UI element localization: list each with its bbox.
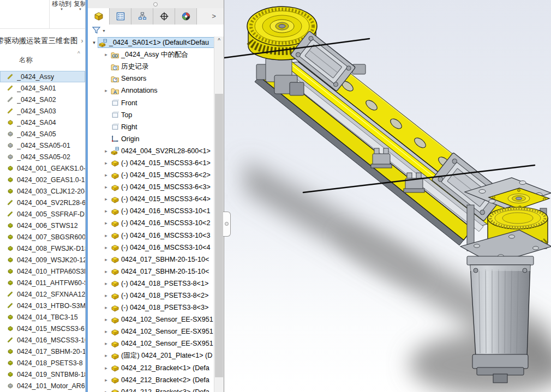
expand-arrow-icon[interactable]: ▸: [103, 172, 110, 178]
file-row[interactable]: 0424_010_HTPA60S3M: [0, 266, 85, 277]
tree-node[interactable]: ▸ 0424_004_SV2RL28-600<1>: [88, 145, 224, 157]
dropdown-caret-icon[interactable]: ▼: [51, 8, 72, 11]
tree-node[interactable]: ▸ 0424_212_Bracket<2> (Defa: [88, 374, 224, 386]
file-row[interactable]: 0424_012_SFXNAA12-: [0, 288, 85, 300]
tree-node[interactable]: Sensors: [88, 73, 224, 85]
file-row[interactable]: 0424_011_AHTFW60-S: [0, 277, 85, 288]
tree-scrollbar[interactable]: ^: [214, 37, 224, 392]
file-row[interactable]: 0424_008_FWSJK-D18: [0, 243, 85, 254]
file-row[interactable]: 0424_015_MSCSS3-6: [0, 323, 85, 334]
tree-node[interactable]: ▸ 0424_102_Sensor_EE-SX951: [88, 337, 224, 349]
file-row[interactable]: _0424_SA05: [0, 128, 85, 140]
tree-node[interactable]: ▸ (-) 0424_018_PSETS3-8<1>: [88, 278, 224, 290]
expand-arrow-icon[interactable]: ▸: [103, 329, 110, 334]
expand-arrow-icon[interactable]: ▸: [103, 341, 110, 346]
expand-arrow-icon[interactable]: ▸: [103, 245, 110, 250]
file-row[interactable]: 0424_001_GEAKS1.0-3: [0, 162, 85, 174]
filter-funnel-icon[interactable]: [92, 26, 101, 35]
list-column-header[interactable]: ^ 名称: [0, 52, 85, 67]
expand-arrow-icon[interactable]: ▸: [103, 196, 110, 202]
tab-configurations[interactable]: [131, 8, 153, 25]
file-row[interactable]: _0424_SA03: [0, 105, 85, 117]
tree-node[interactable]: ▾ _0424_SA01<1> (Default<Defau: [88, 37, 224, 49]
tree-node[interactable]: ▸ (-) 0424_018_PSETS3-8<2>: [88, 290, 224, 301]
tree-node[interactable]: ▸ (-) 0424_016_MSCSS3-10<4: [88, 242, 224, 254]
tree-node[interactable]: ▸ (-) 0424_015_MSCSS3-6<3>: [88, 181, 224, 193]
tree-node[interactable]: ▸ (-) 0424_016_MSCSS3-10<1: [88, 205, 224, 217]
file-row[interactable]: 0424_018_PSETS3-8: [0, 357, 85, 369]
file-row[interactable]: _0424_SSA05-01: [0, 140, 85, 151]
file-row[interactable]: 0424_007_SBGSR6001: [0, 231, 85, 243]
file-row[interactable]: _0424_Assy: [0, 71, 85, 82]
tree-node[interactable]: Top: [88, 109, 224, 121]
expand-arrow-icon[interactable]: ▸: [103, 305, 110, 310]
tree-node[interactable]: 历史记录: [88, 61, 224, 73]
file-row[interactable]: _0424_SA04: [0, 117, 85, 128]
tree-node[interactable]: Right: [88, 121, 224, 133]
expand-arrow-icon[interactable]: ▸: [103, 208, 110, 214]
tab-dimxpert[interactable]: [153, 8, 175, 25]
file-row[interactable]: 0424_003_CLJK12-20-1: [0, 185, 85, 197]
expand-arrow-icon[interactable]: ▸: [103, 353, 110, 358]
file-row[interactable]: 0424_002_GEAS1.0-18: [0, 174, 85, 185]
file-row[interactable]: 0424_005_SSFRAF-D12: [0, 208, 85, 220]
expand-arrow-icon[interactable]: ▸: [103, 160, 110, 166]
expand-arrow-icon[interactable]: ▸: [103, 148, 110, 154]
file-row[interactable]: 0424_017_SBHM-20-1: [0, 346, 85, 357]
tree-node[interactable]: ▸ 0424_017_SBHM-20-15-10<: [88, 266, 224, 278]
file-row[interactable]: _0424_SA01: [0, 82, 85, 94]
tree-node[interactable]: ▸ (-) 0424_018_PSETS3-8<3>: [88, 301, 224, 313]
tree-node[interactable]: ▸ (-) 0424_015_MSCSS3-6<4>: [88, 193, 224, 205]
expand-arrow-icon[interactable]: ▸: [103, 377, 110, 383]
expand-arrow-icon[interactable]: ▸: [103, 317, 110, 322]
expand-arrow-icon[interactable]: ▸: [103, 389, 110, 392]
tab-properties[interactable]: [110, 8, 131, 25]
tree-node[interactable]: ▸ 0424_212_Bracket<3> (Defa: [88, 386, 224, 392]
file-row[interactable]: 0424_006_STWS12: [0, 220, 85, 231]
tree-node[interactable]: ▸ _0424_Assy 中的配合: [88, 49, 224, 61]
file-row[interactable]: 0424_019_SNTBM8-18: [0, 369, 85, 380]
expand-arrow-icon[interactable]: ▸: [103, 293, 110, 298]
expand-arrow-icon[interactable]: ▾: [91, 40, 98, 45]
expand-arrow-icon[interactable]: ▸: [103, 233, 110, 238]
tree-node[interactable]: ▸ 0424_102_Sensor_EE-SX951: [88, 325, 224, 337]
tree-node[interactable]: Origin: [88, 133, 224, 145]
expand-arrow-icon[interactable]: ▸: [103, 220, 110, 226]
panel-collapse-handle[interactable]: [223, 212, 231, 237]
file-row[interactable]: _0424_SSA05-02: [0, 151, 85, 162]
expand-arrow-icon[interactable]: ▸: [103, 184, 110, 190]
tree-node[interactable]: ▸ 0424_102_Sensor_EE-SX951: [88, 313, 224, 325]
more-tabs-button[interactable]: >: [204, 8, 224, 25]
expand-arrow-icon[interactable]: ▸: [103, 52, 110, 57]
tree-node[interactable]: ▸ 0424_017_SBHM-20-15-10<: [88, 254, 224, 266]
tree-node[interactable]: Front: [88, 97, 224, 108]
expand-arrow-icon[interactable]: ▸: [103, 269, 110, 274]
expand-arrow-icon[interactable]: ▸: [103, 281, 110, 286]
file-row[interactable]: 0424_004_SV2RL28-60: [0, 197, 85, 208]
filter-dropdown-caret-icon[interactable]: ▼: [102, 29, 106, 33]
dropdown-caret-icon[interactable]: ▼: [72, 8, 86, 11]
file-row[interactable]: 0424_009_WSJK20-12: [0, 254, 85, 266]
panel-knob-icon[interactable]: [153, 2, 158, 7]
file-row[interactable]: _0424_SA02: [0, 94, 85, 105]
copy-to-button[interactable]: 复制 ▼: [72, 0, 86, 11]
tree-node[interactable]: ▸ A Annotations: [88, 85, 224, 97]
tree-node[interactable]: ▸ (固定) 0424_201_Plate<1> (D: [88, 349, 224, 361]
file-row[interactable]: 0424_014_TBC3-15: [0, 311, 85, 323]
tree-node[interactable]: ▸ (-) 0424_015_MSCSS3-6<2>: [88, 169, 224, 181]
file-row[interactable]: 0424_101_Motor_AR6: [0, 380, 85, 391]
breadcrumb[interactable]: 带驱动搬运装置三维套图›皮: [0, 36, 86, 46]
tree-node[interactable]: ▸ 0424_212_Bracket<1> (Defa: [88, 362, 224, 374]
scrollbar-thumb[interactable]: [215, 94, 223, 377]
file-row[interactable]: 0424_013_HTBO-S3M1: [0, 300, 85, 311]
expand-arrow-icon[interactable]: ▸: [103, 88, 110, 93]
move-to-button[interactable]: 移动到 ▼: [51, 0, 72, 11]
tree-node[interactable]: ▸ (-) 0424_016_MSCSS3-10<3: [88, 230, 224, 242]
tree-node[interactable]: ▸ (-) 0424_016_MSCSS3-10<2: [88, 217, 224, 229]
tab-display[interactable]: [175, 8, 197, 25]
tab-features[interactable]: [88, 8, 110, 25]
file-row[interactable]: 0424_016_MSCSS3-10: [0, 334, 85, 346]
tree-node[interactable]: ▸ (-) 0424_015_MSCSS3-6<1>: [88, 157, 224, 169]
expand-arrow-icon[interactable]: ▸: [103, 365, 110, 371]
expand-arrow-icon[interactable]: ▸: [103, 257, 110, 262]
